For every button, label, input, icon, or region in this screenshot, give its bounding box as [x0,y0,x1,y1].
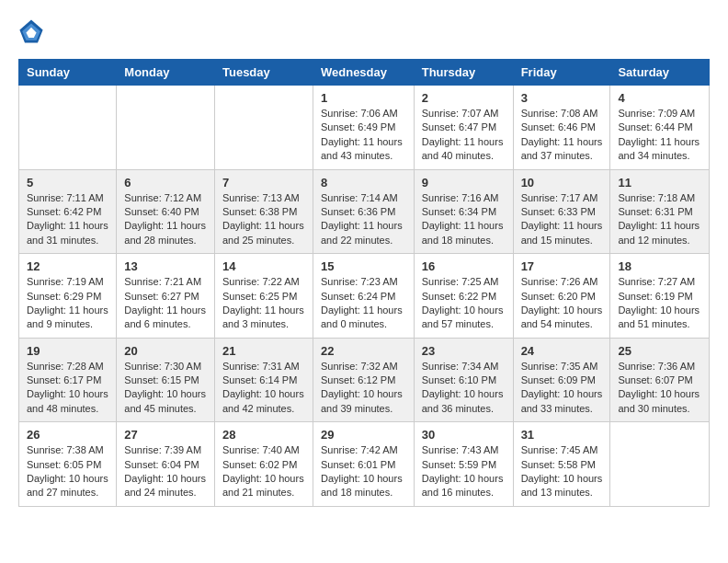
day-number: 6 [124,176,207,190]
day-number: 10 [521,176,603,190]
day-number: 23 [422,344,506,358]
day-info: Sunrise: 7:07 AM Sunset: 6:47 PM Dayligh… [422,107,506,164]
calendar-cell: 9Sunrise: 7:16 AM Sunset: 6:34 PM Daylig… [414,169,513,254]
day-info: Sunrise: 7:30 AM Sunset: 6:15 PM Dayligh… [124,360,207,417]
calendar-cell: 28Sunrise: 7:40 AM Sunset: 6:02 PM Dayli… [214,422,313,507]
calendar-cell: 21Sunrise: 7:31 AM Sunset: 6:14 PM Dayli… [214,338,313,422]
day-info: Sunrise: 7:21 AM Sunset: 6:27 PM Dayligh… [124,275,207,332]
day-number: 24 [521,344,603,358]
calendar-cell: 3Sunrise: 7:08 AM Sunset: 6:46 PM Daylig… [513,86,610,170]
calendar-day-header: Sunday [19,60,117,86]
day-info: Sunrise: 7:31 AM Sunset: 6:14 PM Dayligh… [222,360,305,417]
calendar-day-header: Tuesday [214,60,313,86]
day-info: Sunrise: 7:18 AM Sunset: 6:31 PM Dayligh… [618,191,701,248]
day-number: 20 [124,344,207,358]
day-number: 14 [222,259,305,273]
day-number: 21 [222,344,305,358]
day-info: Sunrise: 7:34 AM Sunset: 6:10 PM Dayligh… [422,360,506,417]
day-info: Sunrise: 7:25 AM Sunset: 6:22 PM Dayligh… [422,275,506,332]
calendar-cell: 10Sunrise: 7:17 AM Sunset: 6:33 PM Dayli… [513,169,610,254]
calendar-cell: 8Sunrise: 7:14 AM Sunset: 6:36 PM Daylig… [313,169,414,254]
day-number: 13 [124,259,207,273]
calendar-day-header: Saturday [610,60,710,86]
day-info: Sunrise: 7:17 AM Sunset: 6:33 PM Dayligh… [521,191,603,248]
day-info: Sunrise: 7:09 AM Sunset: 6:44 PM Dayligh… [618,107,701,164]
day-info: Sunrise: 7:19 AM Sunset: 6:29 PM Dayligh… [27,275,108,332]
calendar-cell [19,86,117,170]
calendar-cell: 18Sunrise: 7:27 AM Sunset: 6:19 PM Dayli… [610,254,710,339]
day-info: Sunrise: 7:23 AM Sunset: 6:24 PM Dayligh… [321,275,406,332]
calendar-cell: 7Sunrise: 7:13 AM Sunset: 6:38 PM Daylig… [214,169,313,254]
day-number: 7 [222,176,305,190]
calendar-day-header: Thursday [414,60,513,86]
day-info: Sunrise: 7:42 AM Sunset: 6:01 PM Dayligh… [321,443,406,500]
day-info: Sunrise: 7:38 AM Sunset: 6:05 PM Dayligh… [27,443,108,500]
calendar-cell: 30Sunrise: 7:43 AM Sunset: 5:59 PM Dayli… [414,422,513,507]
calendar-week-row: 5Sunrise: 7:11 AM Sunset: 6:42 PM Daylig… [19,169,710,254]
calendar-cell: 6Sunrise: 7:12 AM Sunset: 6:40 PM Daylig… [117,169,215,254]
day-info: Sunrise: 7:14 AM Sunset: 6:36 PM Dayligh… [321,191,406,248]
day-info: Sunrise: 7:13 AM Sunset: 6:38 PM Dayligh… [222,191,305,248]
day-number: 29 [321,428,406,442]
day-number: 9 [422,176,506,190]
calendar-day-header: Friday [513,60,610,86]
day-info: Sunrise: 7:43 AM Sunset: 5:59 PM Dayligh… [422,443,506,500]
page-header [18,18,710,44]
day-info: Sunrise: 7:35 AM Sunset: 6:09 PM Dayligh… [521,360,603,417]
calendar-cell: 20Sunrise: 7:30 AM Sunset: 6:15 PM Dayli… [117,338,215,422]
day-info: Sunrise: 7:06 AM Sunset: 6:49 PM Dayligh… [321,107,406,164]
calendar-cell: 17Sunrise: 7:26 AM Sunset: 6:20 PM Dayli… [513,254,610,339]
calendar-day-header: Wednesday [313,60,414,86]
day-number: 4 [618,91,701,105]
calendar-cell: 31Sunrise: 7:45 AM Sunset: 5:58 PM Dayli… [513,422,610,507]
day-number: 22 [321,344,406,358]
calendar-day-header: Monday [117,60,215,86]
calendar-cell: 24Sunrise: 7:35 AM Sunset: 6:09 PM Dayli… [513,338,610,422]
day-number: 16 [422,259,506,273]
day-number: 15 [321,259,406,273]
calendar-cell: 2Sunrise: 7:07 AM Sunset: 6:47 PM Daylig… [414,86,513,170]
day-number: 28 [222,428,305,442]
calendar-cell: 4Sunrise: 7:09 AM Sunset: 6:44 PM Daylig… [610,86,710,170]
calendar-cell: 11Sunrise: 7:18 AM Sunset: 6:31 PM Dayli… [610,169,710,254]
day-info: Sunrise: 7:27 AM Sunset: 6:19 PM Dayligh… [618,275,701,332]
day-info: Sunrise: 7:16 AM Sunset: 6:34 PM Dayligh… [422,191,506,248]
calendar-cell: 26Sunrise: 7:38 AM Sunset: 6:05 PM Dayli… [19,422,117,507]
calendar-cell: 23Sunrise: 7:34 AM Sunset: 6:10 PM Dayli… [414,338,513,422]
day-number: 1 [321,91,406,105]
calendar-cell: 29Sunrise: 7:42 AM Sunset: 6:01 PM Dayli… [313,422,414,507]
calendar-cell [610,422,710,507]
day-info: Sunrise: 7:26 AM Sunset: 6:20 PM Dayligh… [521,275,603,332]
day-number: 8 [321,176,406,190]
calendar-cell: 22Sunrise: 7:32 AM Sunset: 6:12 PM Dayli… [313,338,414,422]
day-info: Sunrise: 7:11 AM Sunset: 6:42 PM Dayligh… [27,191,108,248]
day-number: 11 [618,176,701,190]
calendar-cell: 25Sunrise: 7:36 AM Sunset: 6:07 PM Dayli… [610,338,710,422]
day-number: 25 [618,344,701,358]
calendar-cell: 15Sunrise: 7:23 AM Sunset: 6:24 PM Dayli… [313,254,414,339]
calendar-cell: 12Sunrise: 7:19 AM Sunset: 6:29 PM Dayli… [19,254,117,339]
calendar-week-row: 12Sunrise: 7:19 AM Sunset: 6:29 PM Dayli… [19,254,710,339]
day-info: Sunrise: 7:22 AM Sunset: 6:25 PM Dayligh… [222,275,305,332]
day-info: Sunrise: 7:08 AM Sunset: 6:46 PM Dayligh… [521,107,603,164]
calendar-cell: 14Sunrise: 7:22 AM Sunset: 6:25 PM Dayli… [214,254,313,339]
day-number: 2 [422,91,506,105]
day-number: 30 [422,428,506,442]
calendar-cell [117,86,215,170]
day-number: 17 [521,259,603,273]
day-number: 31 [521,428,603,442]
calendar-body: 1Sunrise: 7:06 AM Sunset: 6:49 PM Daylig… [19,86,710,507]
logo [18,18,48,44]
calendar-header-row: SundayMondayTuesdayWednesdayThursdayFrid… [19,60,710,86]
day-info: Sunrise: 7:12 AM Sunset: 6:40 PM Dayligh… [124,191,207,248]
calendar-cell: 1Sunrise: 7:06 AM Sunset: 6:49 PM Daylig… [313,86,414,170]
logo-icon [18,18,44,44]
calendar-cell [214,86,313,170]
day-number: 19 [27,344,108,358]
day-number: 3 [521,91,603,105]
day-number: 18 [618,259,701,273]
calendar-cell: 13Sunrise: 7:21 AM Sunset: 6:27 PM Dayli… [117,254,215,339]
calendar-table: SundayMondayTuesdayWednesdayThursdayFrid… [18,59,710,507]
calendar-cell: 5Sunrise: 7:11 AM Sunset: 6:42 PM Daylig… [19,169,117,254]
day-info: Sunrise: 7:39 AM Sunset: 6:04 PM Dayligh… [124,443,207,500]
